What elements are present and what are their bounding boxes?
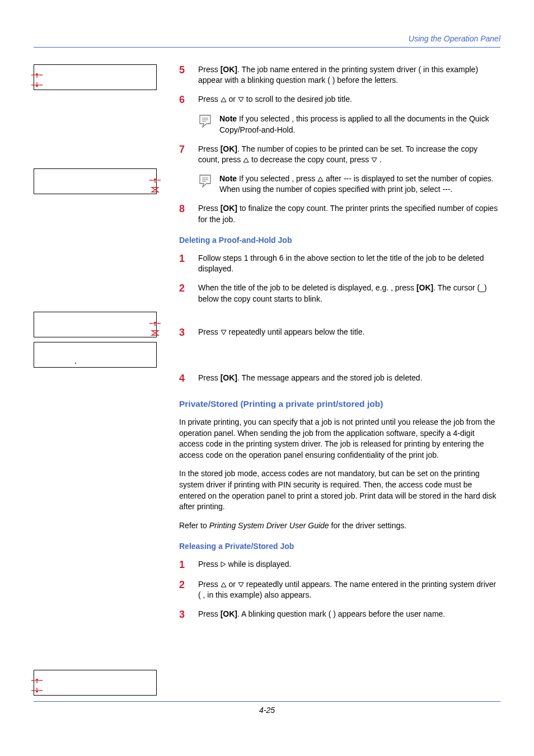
- note-label: Note: [219, 114, 237, 123]
- del-step-1: 1 Follow steps 1 through 6 in the above …: [179, 253, 500, 275]
- text: .: [380, 155, 382, 164]
- note-icon: [198, 173, 214, 188]
- triangle-right-icon: [221, 561, 226, 567]
- triangle-down-icon: [238, 582, 244, 588]
- rel-step-3: 3 Press [OK]. A blinking question mark (…: [179, 609, 500, 621]
- text: When the title of the job to be deleted …: [198, 283, 416, 292]
- rel-step-2-body: Press or repeatedly until appears. The n…: [198, 579, 500, 601]
- text: to scroll to the desired job title.: [246, 95, 352, 104]
- step-number-1: 1: [179, 559, 189, 571]
- text: Press: [198, 327, 221, 336]
- note-text: If you selected , this process is applie…: [219, 114, 489, 134]
- content-columns: . 5: [34, 64, 500, 696]
- header-section-title: Using the Operation Panel: [34, 34, 500, 48]
- lcd-display-5: [34, 670, 157, 696]
- step-number-7: 7: [179, 144, 189, 166]
- step-6: 6 Press or to scroll to the desired job …: [179, 94, 500, 106]
- text: for the driver settings.: [329, 521, 407, 530]
- del-step-4: 4 Press [OK]. The message appears and th…: [179, 373, 500, 385]
- text: Press: [198, 95, 221, 104]
- ok-key: [OK]: [416, 283, 433, 292]
- manual-page: Using the Operation Panel: [0, 0, 534, 733]
- lcd-display-3: [34, 312, 157, 337]
- step-7-body: Press [OK]. The number of copies to be p…: [198, 144, 500, 166]
- triangle-up-icon: [317, 176, 324, 182]
- step-number-3: 3: [179, 327, 189, 339]
- triangle-down-icon: [221, 330, 227, 335]
- step-8: 8 Press [OK] to finalize the copy count.…: [179, 203, 500, 225]
- step-number-8: 8: [179, 203, 189, 225]
- ok-key: [OK]: [221, 204, 237, 213]
- text: to decrease the copy count, press: [251, 155, 371, 164]
- step-7: 7 Press [OK]. The number of copies to be…: [179, 144, 500, 166]
- heading-private-stored: Private/Stored (Printing a private print…: [179, 398, 500, 410]
- text: . A blinking question mark ( ) appears b…: [237, 609, 445, 618]
- text: Press: [198, 609, 221, 618]
- text: Press: [198, 144, 221, 153]
- del-step-3-body: Press repeatedly until appears below the…: [198, 327, 500, 339]
- private-paragraph-2: In the stored job mode, access codes are…: [179, 468, 500, 512]
- ok-key: [OK]: [221, 144, 237, 153]
- step-5: 5 Press [OK]. The job name entered in th…: [179, 64, 500, 86]
- rel-step-3-body: Press [OK]. A blinking question mark ( )…: [198, 609, 500, 621]
- scroll-arrows-icon: [149, 179, 161, 193]
- step-number-4: 4: [179, 373, 189, 385]
- text: while is displayed.: [228, 560, 292, 569]
- triangle-up-icon: [221, 582, 227, 588]
- text: or: [229, 95, 238, 104]
- note-label: Note: [219, 174, 237, 183]
- left-column: .: [34, 64, 168, 696]
- step-8-body: Press [OK] to finalize the copy count. T…: [198, 203, 500, 225]
- text: repeatedly until appears below the title…: [229, 327, 365, 336]
- scroll-arrows-icon: [31, 679, 43, 693]
- right-column: 5 Press [OK]. The job name entered in th…: [179, 64, 500, 696]
- del-step-2-body: When the title of the job to be deleted …: [198, 283, 500, 304]
- text: Press: [198, 580, 221, 589]
- lcd-dot: .: [73, 357, 78, 367]
- guide-reference: Printing System Driver User Guide: [209, 521, 329, 530]
- private-paragraph-1: In private printing, you can specify tha…: [179, 417, 500, 461]
- triangle-up-icon: [221, 97, 227, 102]
- text: Refer to: [179, 521, 209, 530]
- page-number: 4-25: [259, 706, 275, 715]
- text: . The job name entered in the printing s…: [198, 65, 478, 85]
- scroll-arrows-icon: [31, 73, 43, 88]
- del-step-4-body: Press [OK]. The message appears and the …: [198, 373, 500, 385]
- step-5-body: Press [OK]. The job name entered in the …: [198, 64, 500, 86]
- step-number-5: 5: [179, 64, 189, 86]
- text: Press: [198, 65, 221, 74]
- note-text: If you selected , press: [237, 174, 317, 183]
- heading-deleting: Deleting a Proof-and-Hold Job: [179, 235, 500, 246]
- ok-key: [OK]: [221, 65, 237, 74]
- rel-step-1-body: Press while is displayed.: [198, 559, 500, 571]
- text: Press: [198, 560, 221, 569]
- page-footer: 4-25: [34, 701, 500, 716]
- rel-step-1: 1 Press while is displayed.: [179, 559, 500, 571]
- del-step-1-body: Follow steps 1 through 6 in the above se…: [198, 253, 500, 275]
- del-step-3: 3 Press repeatedly until appears below t…: [179, 327, 500, 339]
- step-number-2: 2: [179, 283, 189, 304]
- lcd-display-4: .: [34, 342, 157, 368]
- note-step-7: Note If you selected , press after --- i…: [198, 173, 500, 195]
- scroll-arrows-icon: [149, 322, 161, 336]
- private-paragraph-3: Refer to Printing System Driver User Gui…: [179, 520, 500, 532]
- ok-key: [OK]: [221, 609, 237, 618]
- text: to finalize the copy count. The printer …: [198, 204, 498, 224]
- ok-key: [OK]: [221, 373, 237, 382]
- text: Press: [198, 204, 221, 213]
- triangle-up-icon: [243, 157, 249, 163]
- note-icon: [198, 114, 214, 128]
- text: . The message appears and the stored job…: [237, 373, 423, 382]
- text: Press: [198, 373, 221, 382]
- step-number-2: 2: [179, 579, 189, 601]
- step-number-1: 1: [179, 253, 189, 275]
- heading-releasing: Releasing a Private/Stored Job: [179, 541, 500, 552]
- del-step-2: 2 When the title of the job to be delete…: [179, 283, 500, 304]
- triangle-down-icon: [238, 97, 244, 102]
- rel-step-2: 2 Press or repeatedly until appears. The…: [179, 579, 500, 601]
- lcd-display-2: [34, 168, 157, 194]
- step-number-3: 3: [179, 609, 189, 621]
- lcd-display-1: [34, 64, 157, 90]
- note-step-6: Note If you selected , this process is a…: [198, 114, 500, 135]
- step-number-6: 6: [179, 94, 189, 106]
